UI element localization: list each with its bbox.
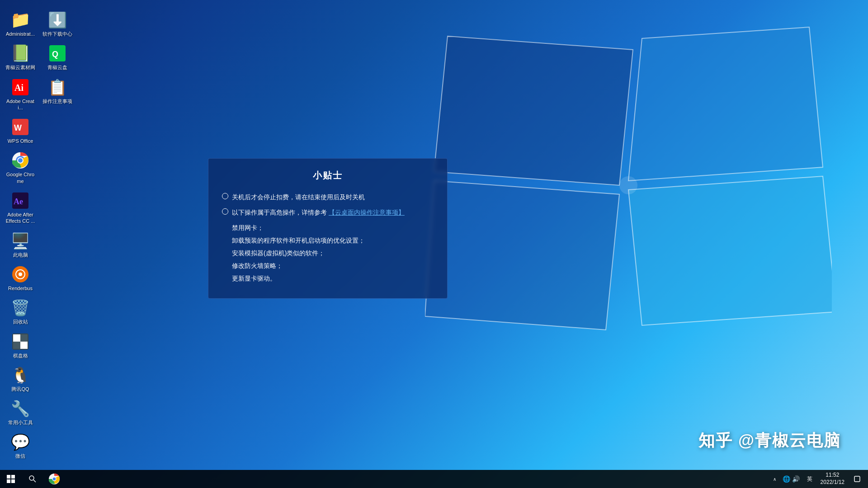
ops-link[interactable]: 【云桌面内操作注意事项】 bbox=[329, 209, 405, 216]
chrome-icon bbox=[11, 151, 29, 169]
bullet-icon bbox=[222, 193, 228, 199]
info-panel-title: 小贴士 bbox=[222, 169, 434, 182]
windows-logo-background bbox=[425, 14, 832, 352]
icon-softcenter-label: 软件下载中心 bbox=[42, 31, 72, 37]
icon-chrome[interactable]: Google Chrome bbox=[4, 150, 37, 186]
icon-computer[interactable]: 🖥️ 此电脑 bbox=[4, 230, 37, 260]
icon-ops-label: 操作注意事项 bbox=[42, 98, 72, 104]
watermark: 知乎 @青椒云电脑 bbox=[698, 430, 841, 452]
icon-ae[interactable]: Ae Adobe After Effects CC ... bbox=[4, 190, 37, 226]
icon-qcloud-material[interactable]: 📗 青椒云素材网 bbox=[4, 42, 37, 72]
chess-icon bbox=[11, 333, 29, 351]
sub-item-2: 卸载预装的程序软件和开机启动项的优化设置； bbox=[232, 234, 434, 247]
svg-line-30 bbox=[33, 480, 36, 482]
ae-icon: Ae bbox=[11, 192, 29, 210]
info-panel: 小贴士 关机后才会停止扣费，请在结束使用后及时关机 以下操作属于高危操作，详情参… bbox=[208, 158, 448, 299]
wps-icon: W bbox=[11, 118, 29, 136]
desktop-icon-area: 📁 Administrat... 📗 青椒云素材网 Ai Adobe Creat… bbox=[0, 5, 74, 474]
icon-qq-label: 腾讯QQ bbox=[11, 386, 29, 392]
sub-item-4: 修改防火墙策略； bbox=[232, 259, 434, 272]
qq-icon: 🐧 bbox=[11, 366, 29, 384]
icon-tools[interactable]: 🔧 常用小工具 bbox=[4, 398, 37, 427]
svg-text:Ai: Ai bbox=[14, 83, 24, 93]
icon-qq[interactable]: 🐧 腾讯QQ bbox=[4, 364, 37, 394]
svg-point-29 bbox=[29, 476, 34, 480]
search-button[interactable] bbox=[22, 470, 43, 488]
info-item-2-text: 以下操作属于高危操作，详情参考 【云桌面内操作注意事项】 bbox=[232, 206, 405, 219]
icon-renderbus[interactable]: Renderbus bbox=[4, 263, 37, 293]
sub-item-3: 安装模拟器(虚拟机)类似的软件； bbox=[232, 247, 434, 259]
desktop: 📁 Administrat... 📗 青椒云素材网 Ai Adobe Creat… bbox=[0, 0, 868, 488]
icon-qcloud-label: 青椒云盘 bbox=[47, 64, 67, 70]
icon-wps-label: WPS Office bbox=[8, 138, 33, 144]
start-button[interactable] bbox=[0, 470, 22, 488]
icon-computer-label: 此电脑 bbox=[13, 252, 28, 258]
sub-item-5: 更新显卡驱动。 bbox=[232, 272, 434, 285]
icon-ops[interactable]: 📋 操作注意事项 bbox=[41, 76, 74, 106]
tray-expand-button[interactable]: ∧ bbox=[771, 477, 778, 482]
svg-rect-26 bbox=[11, 475, 15, 479]
network-icon[interactable]: 🌐 bbox=[783, 475, 790, 483]
svg-marker-3 bbox=[628, 176, 832, 325]
icon-chess[interactable]: 棋盘格 bbox=[4, 331, 37, 361]
svg-point-17 bbox=[19, 272, 22, 276]
taskbar-sys-icons: 🌐 🔊 bbox=[780, 475, 802, 483]
svg-rect-34 bbox=[854, 476, 860, 482]
notification-center-button[interactable] bbox=[850, 470, 864, 488]
folder-icon: 📁 bbox=[11, 11, 29, 29]
svg-point-33 bbox=[53, 478, 56, 481]
info-sublist: 禁用网卡； 卸载预装的程序软件和开机启动项的优化设置； 安装模拟器(虚拟机)类似… bbox=[232, 221, 434, 285]
wechat-icon: 💬 bbox=[11, 433, 29, 451]
tools-icon: 🔧 bbox=[11, 399, 29, 418]
icon-qcloud[interactable]: Q 青椒云盘 bbox=[41, 42, 74, 72]
svg-point-12 bbox=[18, 158, 23, 163]
volume-icon[interactable]: 🔊 bbox=[792, 475, 800, 483]
ops-icon: 📋 bbox=[48, 78, 66, 96]
info-item-2: 以下操作属于高危操作，详情参考 【云桌面内操作注意事项】 bbox=[222, 206, 434, 219]
svg-rect-25 bbox=[7, 475, 10, 479]
taskbar-chrome-button[interactable] bbox=[43, 470, 65, 488]
icon-chrome-label: Google Chrome bbox=[5, 171, 35, 184]
icon-ae-label: Adobe After Effects CC ... bbox=[5, 211, 35, 225]
svg-rect-20 bbox=[20, 342, 28, 349]
bullet-icon-2 bbox=[222, 208, 228, 215]
taskbar-time: 11:52 bbox=[826, 472, 839, 479]
taskbar-date: 2022/1/12 bbox=[821, 479, 844, 486]
taskbar: ∧ 🌐 🔊 英 11:52 2022/1/12 bbox=[0, 470, 868, 488]
icon-qcloud-material-label: 青椒云素材网 bbox=[5, 64, 35, 70]
watermark-text: 知乎 @青椒云电脑 bbox=[698, 431, 841, 450]
svg-rect-19 bbox=[13, 334, 20, 342]
svg-point-4 bbox=[619, 176, 637, 194]
icon-admin[interactable]: 📁 Administrat... bbox=[4, 9, 37, 39]
info-panel-list: 关机后才会停止扣费，请在结束使用后及时关机 以下操作属于高危操作，详情参考 【云… bbox=[222, 191, 434, 219]
icon-wechat[interactable]: 💬 微信 bbox=[4, 431, 37, 461]
icon-recycle[interactable]: 🗑️ 回收站 bbox=[4, 297, 37, 327]
softcenter-icon: ⬇️ bbox=[48, 11, 66, 29]
svg-text:Q: Q bbox=[52, 50, 58, 59]
icon-softcenter[interactable]: ⬇️ 软件下载中心 bbox=[41, 9, 74, 39]
info-item-1: 关机后才会停止扣费，请在结束使用后及时关机 bbox=[222, 191, 434, 203]
svg-rect-21 bbox=[20, 334, 28, 342]
icon-tools-label: 常用小工具 bbox=[8, 419, 33, 426]
svg-text:Ae: Ae bbox=[14, 197, 23, 206]
language-text: 英 bbox=[807, 476, 812, 482]
computer-icon: 🖥️ bbox=[11, 232, 29, 250]
icon-chess-label: 棋盘格 bbox=[13, 352, 28, 359]
icon-adobe-label: Adobe Creati... bbox=[5, 98, 35, 111]
svg-text:W: W bbox=[14, 123, 22, 132]
svg-rect-28 bbox=[11, 479, 15, 483]
icon-recycle-label: 回收站 bbox=[13, 319, 28, 325]
svg-marker-1 bbox=[628, 27, 823, 181]
icon-admin-label: Administrat... bbox=[6, 31, 35, 37]
svg-rect-22 bbox=[13, 342, 20, 349]
recycle-icon: 🗑️ bbox=[11, 299, 29, 317]
taskbar-clock[interactable]: 11:52 2022/1/12 bbox=[817, 470, 848, 488]
svg-marker-2 bbox=[425, 181, 619, 330]
icon-adobe-creative[interactable]: Ai Adobe Creati... bbox=[4, 76, 37, 113]
icon-renderbus-label: Renderbus bbox=[8, 285, 33, 291]
svg-marker-0 bbox=[434, 36, 633, 185]
language-indicator[interactable]: 英 bbox=[804, 475, 815, 483]
icon-wps[interactable]: W WPS Office bbox=[4, 116, 37, 146]
renderbus-icon bbox=[11, 265, 29, 283]
info-item-1-text: 关机后才会停止扣费，请在结束使用后及时关机 bbox=[232, 191, 365, 203]
